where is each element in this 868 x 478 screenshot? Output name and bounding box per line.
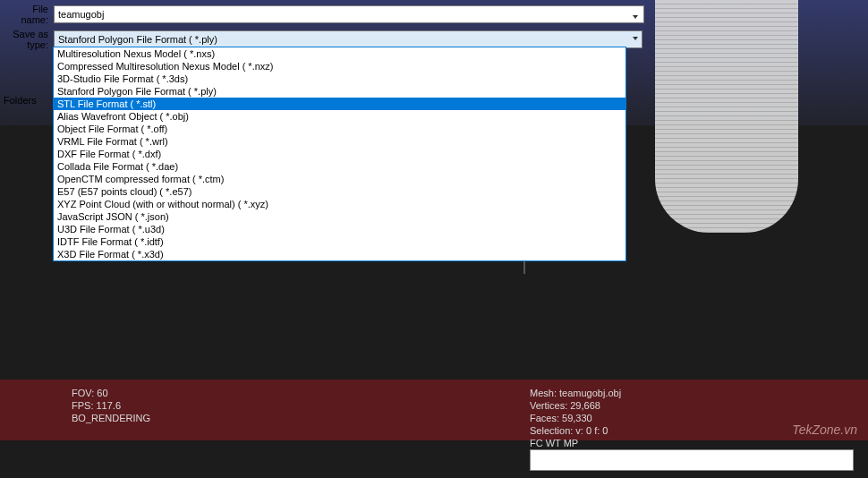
status-right: Mesh: teamugobj.obj Vertices: 29,668 Fac… bbox=[530, 387, 621, 449]
status-render-mode: BO_RENDERING bbox=[72, 412, 150, 424]
format-option[interactable]: X3D File Format ( *.x3d) bbox=[54, 248, 625, 260]
save-file-dialog: File name: Save as type: Stanford Polygo… bbox=[0, 2, 646, 52]
format-option[interactable]: JavaScript JSON ( *.json) bbox=[54, 210, 625, 223]
hide-folders-link[interactable]: Folders bbox=[4, 95, 37, 106]
status-bar: FOV: 60 FPS: 117.6 BO_RENDERING Mesh: te… bbox=[0, 380, 868, 440]
format-option[interactable]: DXF File Format ( *.dxf) bbox=[54, 148, 625, 160]
file-name-dropdown-arrow[interactable] bbox=[630, 12, 641, 22]
status-fov: FOV: 60 bbox=[72, 387, 150, 399]
file-name-label: File name: bbox=[4, 4, 54, 25]
format-option[interactable]: Stanford Polygon File Format ( *.ply) bbox=[54, 85, 625, 98]
chevron-down-icon bbox=[633, 15, 638, 19]
log-input-field[interactable] bbox=[530, 449, 854, 471]
format-option[interactable]: VRML File Format ( *.wrl) bbox=[54, 135, 625, 148]
format-option[interactable]: Alias Wavefront Object ( *.obj) bbox=[54, 110, 625, 123]
format-option[interactable]: Compressed Multiresolution Nexus Model (… bbox=[54, 60, 625, 73]
status-fc: FC WT MP bbox=[530, 437, 621, 449]
status-selection: Selection: v: 0 f: 0 bbox=[530, 424, 621, 437]
format-option[interactable]: 3D-Studio File Format ( *.3ds) bbox=[54, 73, 625, 85]
format-option[interactable]: U3D File Format ( *.u3d) bbox=[54, 223, 625, 235]
chevron-down-icon bbox=[633, 37, 638, 40]
save-as-type-selected: Stanford Polygon File Format ( *.ply) bbox=[58, 34, 217, 45]
format-option[interactable]: STL File Format ( *.stl) bbox=[54, 98, 625, 110]
format-option[interactable]: Collada File Format ( *.dae) bbox=[54, 160, 625, 173]
format-dropdown-list[interactable]: Multiresolution Nexus Model ( *.nxs)Comp… bbox=[53, 47, 626, 261]
status-fps: FPS: 117.6 bbox=[72, 399, 150, 412]
format-option[interactable]: E57 (E57 points cloud) ( *.e57) bbox=[54, 185, 625, 198]
status-left: FOV: 60 FPS: 117.6 BO_RENDERING bbox=[72, 387, 150, 424]
format-option[interactable]: Multiresolution Nexus Model ( *.nxs) bbox=[54, 47, 625, 60]
format-option[interactable]: XYZ Point Cloud (with or without normal)… bbox=[54, 198, 625, 210]
status-mesh: Mesh: teamugobj.obj bbox=[530, 387, 621, 399]
watermark-text: TekZone.vn bbox=[792, 423, 857, 437]
save-as-type-label: Save as type: bbox=[4, 29, 54, 50]
status-faces: Faces: 59,330 bbox=[530, 412, 621, 424]
format-option[interactable]: OpenCTM compressed format ( *.ctm) bbox=[54, 173, 625, 185]
format-option[interactable]: Object File Format ( *.off) bbox=[54, 123, 625, 135]
status-vertices: Vertices: 29,668 bbox=[530, 399, 621, 412]
file-name-row: File name: bbox=[0, 2, 646, 27]
save-as-type-arrow[interactable] bbox=[630, 33, 641, 44]
mesh-preview-cylinder[interactable] bbox=[655, 0, 798, 233]
file-name-input[interactable] bbox=[54, 5, 644, 23]
save-as-type-combo[interactable]: Stanford Polygon File Format ( *.ply) bbox=[54, 30, 642, 48]
format-option[interactable]: IDTF File Format ( *.idtf) bbox=[54, 235, 625, 248]
